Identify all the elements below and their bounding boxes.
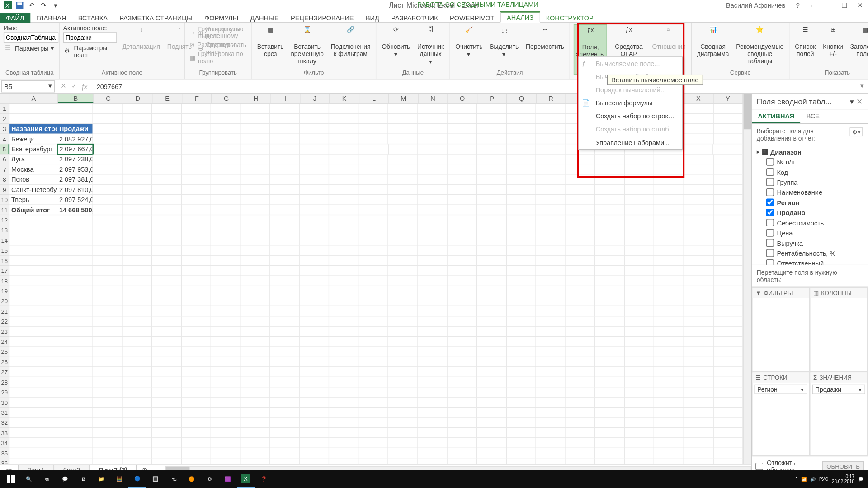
cell[interactable] — [625, 327, 654, 337]
cell[interactable] — [241, 205, 270, 215]
value-field-chip[interactable]: Продажи▾ — [812, 384, 865, 394]
cell[interactable] — [241, 104, 270, 114]
cell[interactable] — [713, 377, 743, 387]
cell[interactable] — [211, 164, 241, 174]
cell[interactable] — [270, 296, 300, 306]
cell[interactable] — [566, 367, 595, 377]
name-box[interactable]: B5▾ — [1, 80, 55, 92]
row-header[interactable]: 13 — [0, 225, 9, 235]
cell[interactable] — [477, 418, 506, 428]
cell[interactable] — [477, 266, 506, 276]
field-checkbox[interactable] — [766, 188, 774, 196]
cell[interactable] — [684, 225, 713, 235]
cell[interactable] — [359, 458, 388, 464]
cell[interactable] — [359, 164, 388, 174]
chrome-button[interactable]: 🔵 — [128, 470, 146, 488]
cell[interactable] — [418, 225, 448, 235]
cell[interactable] — [300, 286, 329, 296]
cell[interactable] — [418, 438, 448, 448]
cell[interactable] — [93, 185, 123, 195]
cell[interactable] — [566, 408, 595, 418]
cell[interactable] — [93, 458, 123, 464]
cell[interactable] — [713, 438, 743, 448]
cell[interactable] — [57, 347, 93, 357]
minimize-icon[interactable]: — — [824, 0, 835, 10]
select-button[interactable]: ⬚Выделить▾ — [488, 24, 520, 59]
cell[interactable] — [713, 235, 743, 245]
cell[interactable] — [625, 377, 654, 387]
cell[interactable] — [359, 408, 388, 418]
cell[interactable]: Общий итог — [9, 205, 57, 215]
cell[interactable] — [270, 245, 300, 255]
cell[interactable] — [418, 164, 448, 174]
cell[interactable] — [566, 296, 595, 306]
cell[interactable] — [152, 104, 181, 114]
cell[interactable] — [152, 266, 181, 276]
cell[interactable] — [388, 408, 418, 418]
cell[interactable] — [713, 164, 743, 174]
cell[interactable] — [684, 195, 713, 205]
cell[interactable] — [477, 428, 506, 438]
cell[interactable] — [57, 428, 93, 438]
cell[interactable] — [448, 144, 477, 154]
cell[interactable] — [211, 337, 241, 347]
cell[interactable] — [211, 357, 241, 367]
cell[interactable] — [241, 235, 270, 245]
cell[interactable] — [684, 215, 713, 225]
cell[interactable] — [152, 347, 181, 357]
cell[interactable] — [507, 195, 536, 205]
tab-review[interactable]: РЕЦЕНЗИРОВАНИЕ — [285, 13, 360, 23]
cell[interactable] — [477, 337, 506, 347]
column-header[interactable]: H — [241, 94, 271, 103]
cell[interactable] — [388, 185, 418, 195]
cell[interactable] — [625, 448, 654, 458]
cell[interactable] — [654, 387, 684, 397]
cell[interactable] — [654, 286, 684, 296]
cell[interactable] — [270, 357, 300, 367]
cell[interactable] — [477, 114, 506, 124]
cell[interactable] — [713, 124, 743, 134]
cell[interactable] — [300, 245, 329, 255]
cell[interactable]: 2 097 238,00 — [57, 155, 93, 164]
cell[interactable] — [123, 408, 152, 418]
cell[interactable] — [477, 124, 506, 134]
cell[interactable] — [330, 185, 359, 195]
cell[interactable] — [654, 458, 684, 464]
cell[interactable] — [684, 306, 713, 316]
cell[interactable] — [388, 398, 418, 408]
cell[interactable] — [654, 266, 684, 276]
cell[interactable] — [123, 327, 152, 337]
cell[interactable] — [536, 327, 566, 337]
column-header[interactable]: P — [477, 94, 507, 103]
cell[interactable] — [300, 448, 329, 458]
pivot-options-button[interactable]: ☰Параметры ▾ — [4, 43, 56, 53]
cell[interactable] — [418, 235, 448, 245]
excel-taskbar-button[interactable]: X — [237, 470, 255, 488]
column-header[interactable]: R — [537, 94, 566, 103]
cell[interactable] — [9, 306, 57, 316]
cell[interactable] — [684, 256, 713, 266]
cell[interactable] — [654, 276, 684, 286]
cell[interactable] — [536, 398, 566, 408]
cell[interactable] — [57, 357, 93, 367]
cell[interactable] — [418, 357, 448, 367]
cell[interactable] — [270, 215, 300, 225]
field-tab-all[interactable]: ВСЕ — [800, 110, 826, 123]
cell[interactable] — [300, 276, 329, 286]
cell[interactable] — [93, 438, 123, 448]
field-settings-button[interactable]: ⚙Параметры поля — [63, 43, 117, 59]
cell[interactable] — [536, 448, 566, 458]
row-header[interactable]: 1 — [0, 104, 9, 114]
row-header[interactable]: 15 — [0, 245, 9, 255]
cell[interactable] — [448, 185, 477, 195]
cell[interactable] — [57, 245, 93, 255]
cell[interactable] — [713, 327, 743, 337]
cell[interactable] — [477, 256, 506, 266]
cell[interactable] — [270, 347, 300, 357]
insert-timeline-button[interactable]: ⌛Вставить временную шкалу — [289, 24, 326, 66]
cell[interactable] — [9, 296, 57, 306]
cell[interactable] — [566, 306, 595, 316]
row-header[interactable]: 5 — [0, 144, 9, 154]
cell[interactable] — [241, 347, 270, 357]
cell[interactable] — [684, 296, 713, 306]
